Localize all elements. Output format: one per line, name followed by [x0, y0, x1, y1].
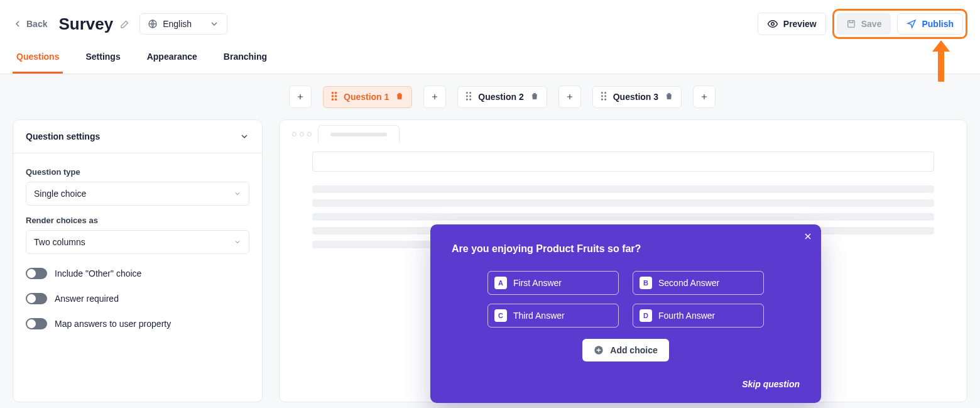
- skip-question-label: Skip question: [742, 379, 800, 389]
- choice-key: A: [494, 277, 507, 289]
- survey-popup: Are you enjoying Product Fruits so far? …: [430, 224, 821, 403]
- chevron-down-icon: [234, 190, 241, 197]
- svg-point-15: [601, 92, 603, 94]
- map-answers-toggle[interactable]: [26, 318, 47, 329]
- svg-point-11: [466, 95, 468, 97]
- render-choices-select[interactable]: Two columns: [26, 230, 249, 254]
- window-dots-icon: [292, 132, 312, 136]
- browser-tab-placeholder: [318, 125, 400, 143]
- save-publish-highlight: Save Publish: [832, 9, 967, 39]
- svg-point-3: [332, 92, 334, 94]
- svg-point-20: [604, 98, 606, 100]
- delete-question-icon[interactable]: [395, 92, 404, 102]
- question-settings-panel: Question settings Question type Single c…: [13, 119, 263, 402]
- add-choice-label: Add choice: [610, 345, 657, 355]
- arrow-left-icon: [13, 19, 23, 29]
- question-pill-3-label: Question 3: [613, 92, 658, 102]
- question-type-select[interactable]: Single choice: [26, 182, 249, 206]
- question-settings-toggle[interactable]: Question settings: [13, 120, 262, 153]
- plus-circle-icon: [594, 345, 604, 355]
- add-question-between-1-button[interactable]: [423, 85, 446, 108]
- save-label: Save: [861, 19, 882, 29]
- answer-required-label: Answer required: [55, 294, 119, 304]
- chevron-down-icon: [209, 19, 219, 29]
- drag-handle-icon[interactable]: [331, 92, 337, 102]
- close-icon: [803, 232, 812, 241]
- plus-icon: [296, 92, 305, 101]
- svg-point-9: [466, 92, 468, 94]
- preview-canvas: Are you enjoying Product Fruits so far? …: [279, 119, 967, 402]
- question-type-label: Question type: [26, 167, 249, 177]
- delete-question-icon[interactable]: [665, 92, 673, 102]
- page-title: Survey: [58, 14, 131, 34]
- svg-point-6: [335, 95, 337, 97]
- svg-rect-2: [847, 21, 854, 28]
- paper-plane-icon: [906, 19, 917, 29]
- add-question-between-2-button[interactable]: [558, 85, 581, 108]
- svg-point-7: [332, 98, 334, 100]
- svg-point-18: [604, 95, 606, 97]
- answer-required-toggle[interactable]: [26, 293, 47, 304]
- close-survey-button[interactable]: [803, 232, 812, 243]
- tab-settings-label: Settings: [85, 52, 120, 62]
- language-value: English: [163, 19, 192, 29]
- choice-key: B: [640, 277, 652, 289]
- question-pill-3[interactable]: Question 3: [592, 86, 682, 108]
- save-icon: [846, 19, 856, 29]
- drag-handle-icon[interactable]: [601, 92, 607, 102]
- include-other-label: Include "Other" choice: [55, 268, 141, 278]
- choice-key: C: [494, 309, 507, 322]
- svg-point-1: [771, 23, 775, 26]
- add-question-before-button[interactable]: [289, 85, 312, 108]
- svg-point-10: [470, 92, 472, 94]
- tab-questions[interactable]: Questions: [13, 43, 63, 74]
- plus-icon: [430, 92, 439, 101]
- chevron-down-icon: [234, 238, 241, 246]
- survey-choice-b[interactable]: B Second Answer: [633, 271, 764, 295]
- page-title-text: Survey: [58, 14, 113, 34]
- panel-title: Question settings: [26, 131, 100, 141]
- skip-question-link[interactable]: Skip question: [452, 379, 800, 389]
- tab-branching[interactable]: Branching: [220, 43, 271, 74]
- publish-button[interactable]: Publish: [897, 13, 963, 35]
- publish-label: Publish: [922, 19, 954, 29]
- question-pill-1-label: Question 1: [344, 92, 389, 102]
- plus-icon: [700, 92, 709, 101]
- language-selector[interactable]: English: [139, 13, 227, 35]
- edit-icon[interactable]: [119, 18, 131, 30]
- tab-appearance-label: Appearance: [147, 52, 197, 62]
- svg-point-19: [601, 98, 603, 100]
- survey-choice-a[interactable]: A First Answer: [487, 271, 619, 295]
- choice-label: Fourth Answer: [658, 311, 715, 321]
- render-choices-label: Render choices as: [26, 216, 249, 225]
- drag-handle-icon[interactable]: [466, 92, 472, 102]
- svg-point-4: [335, 92, 337, 94]
- back-button[interactable]: Back: [13, 19, 47, 29]
- add-choice-button[interactable]: Add choice: [582, 339, 668, 361]
- choice-label: Second Answer: [658, 278, 719, 288]
- chevron-down-icon: [239, 131, 249, 141]
- survey-choice-d[interactable]: D Fourth Answer: [633, 304, 764, 328]
- preview-button[interactable]: Preview: [758, 13, 826, 35]
- survey-choice-c[interactable]: C Third Answer: [487, 304, 619, 328]
- render-choices-value: Two columns: [34, 237, 85, 247]
- main-tabs: Questions Settings Appearance Branching: [0, 43, 980, 74]
- include-other-toggle[interactable]: [26, 268, 47, 279]
- plus-icon: [565, 92, 574, 101]
- question-type-value: Single choice: [34, 189, 86, 199]
- tab-settings[interactable]: Settings: [82, 43, 124, 74]
- back-label: Back: [26, 19, 47, 29]
- add-question-after-button[interactable]: [693, 85, 716, 108]
- delete-question-icon[interactable]: [530, 92, 539, 102]
- choice-label: First Answer: [513, 278, 562, 288]
- tab-appearance[interactable]: Appearance: [143, 43, 201, 74]
- question-pill-2[interactable]: Question 2: [457, 86, 547, 108]
- svg-point-17: [601, 95, 603, 97]
- globe-icon: [148, 19, 158, 29]
- svg-point-14: [470, 98, 472, 100]
- save-button: Save: [837, 13, 891, 35]
- choice-key: D: [640, 309, 652, 322]
- map-answers-label: Map answers to user property: [55, 319, 171, 329]
- question-pill-1[interactable]: Question 1: [323, 86, 412, 108]
- question-pill-2-label: Question 2: [478, 92, 523, 102]
